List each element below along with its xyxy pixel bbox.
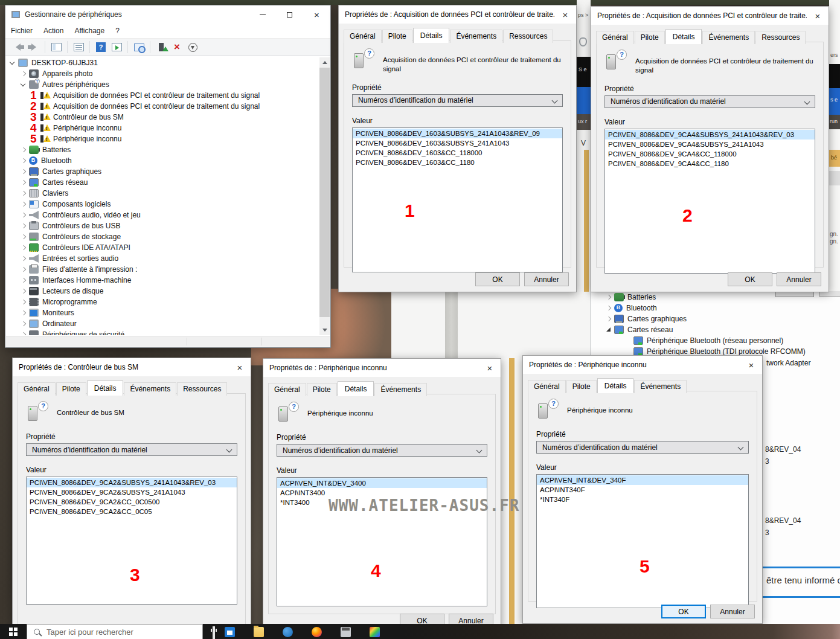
tree-item[interactable]: Contrôleurs IDE ATA/ATAPI [6, 242, 319, 253]
tab-evenements[interactable]: Événements [374, 383, 427, 396]
tree-item[interactable]: !Acquisition de données PCI et contrôleu… [6, 90, 319, 101]
hardware-id-item[interactable]: PCI\VEN_8086&DEV_9CA2&SUBSYS_241A1043&RE… [27, 478, 237, 487]
tab-pilote[interactable]: Pilote [382, 30, 412, 43]
scrollbar-thumb[interactable] [319, 68, 330, 317]
tab-evenements[interactable]: Événements [450, 30, 502, 43]
chevron-right-icon[interactable] [19, 254, 28, 263]
chevron-right-icon[interactable] [19, 330, 28, 335]
tree-item[interactable]: Entrées et sorties audio [6, 253, 319, 264]
close-icon[interactable]: × [807, 7, 829, 25]
tree-item[interactable]: !Périphérique inconnu5 [6, 133, 319, 144]
chevron-right-icon[interactable] [19, 298, 28, 306]
search-input[interactable]: Taper ici pour rechercher [27, 624, 203, 639]
chevron-down-icon[interactable] [8, 59, 17, 67]
close-icon[interactable]: × [554, 5, 576, 24]
chevron-right-icon[interactable] [19, 178, 28, 187]
hardware-id-item[interactable]: ACPI\INT340F [537, 485, 748, 495]
cancel-button[interactable]: Annuler [524, 272, 569, 286]
start-button[interactable] [0, 624, 27, 639]
hardware-id-item[interactable]: ACPI\VEN_INT&DEV_340F [537, 475, 748, 485]
chevron-right-icon[interactable] [604, 293, 613, 301]
disable-device-icon[interactable] [185, 40, 200, 54]
hardware-id-item[interactable]: PCI\VEN_8086&DEV_1603&CC_118000 [353, 148, 562, 158]
tree-item[interactable]: BBluetooth [6, 155, 319, 166]
tab-pilote[interactable]: Pilote [56, 382, 86, 396]
property-dropdown[interactable]: Numéros d’identification du matériel [277, 444, 487, 457]
help-icon[interactable]: ? [94, 40, 108, 54]
tree-item[interactable]: Microprogramme [6, 297, 319, 307]
hardware-id-item[interactable]: PCI\VEN_8086&DEV_9CA2&CC_0C05 [27, 507, 237, 516]
cancel-button[interactable]: Annuler [710, 605, 755, 618]
menu-action[interactable]: Action [38, 27, 69, 35]
tree-item[interactable]: Périphériques de sécurité [6, 329, 319, 335]
tab-evenements[interactable]: Événements [634, 380, 687, 393]
property-dropdown[interactable]: Numéros d’identification du matériel [352, 94, 563, 107]
property-dropdown[interactable]: Numéros d’identification du matériel [536, 441, 749, 454]
chevron-right-icon[interactable] [19, 287, 28, 295]
tree-item[interactable]: !Périphérique inconnu4 [6, 123, 319, 133]
chevron-right-icon[interactable] [604, 315, 613, 323]
tree-item[interactable]: ?Autres périphériques [6, 79, 319, 90]
minimize-button[interactable] [249, 5, 276, 24]
tab-ressources[interactable]: Ressources [177, 382, 227, 396]
tree-item[interactable]: Batteries [591, 292, 840, 303]
chevron-right-icon[interactable] [19, 222, 28, 230]
menu-fichier[interactable]: Fichier [5, 27, 38, 35]
maximize-button[interactable] [276, 5, 303, 24]
back-icon[interactable] [11, 40, 25, 54]
chevron-down-icon[interactable] [19, 80, 28, 89]
chevron-right-icon[interactable] [19, 243, 28, 252]
close-icon[interactable]: × [740, 356, 762, 374]
tab-evenements[interactable]: Événements [124, 382, 176, 396]
hardware-id-item[interactable]: PCI\VEN_8086&DEV_9CA2&CC_0C0500 [27, 497, 237, 507]
tree-item[interactable]: !Acquisition de données PCI et contrôleu… [6, 101, 319, 112]
tree-item[interactable]: Composants logiciels [6, 199, 319, 210]
ok-button[interactable]: OK [728, 272, 772, 286]
tab-pilote[interactable]: Pilote [635, 31, 665, 44]
tree-item[interactable]: Cartes réseau [6, 177, 319, 188]
taskbar-app-thunderbird[interactable] [273, 624, 302, 637]
tree-item[interactable]: !Contrôleur de bus SM3 [6, 112, 319, 123]
tree-item[interactable]: Contrôleurs de bus USB [6, 220, 319, 231]
chevron-right-icon[interactable] [19, 211, 28, 219]
tab-details[interactable]: Détails [338, 381, 374, 396]
scroll-up-icon[interactable] [319, 57, 330, 68]
menu-affichage[interactable]: Affichage [69, 27, 110, 35]
ok-button[interactable]: OK [475, 272, 520, 286]
tab-general[interactable]: Général [268, 383, 306, 396]
tab-general[interactable]: Général [528, 380, 566, 393]
tree-item[interactable]: Cartes graphiques [591, 313, 840, 324]
tab-pilote[interactable]: Pilote [566, 380, 597, 393]
tree-item[interactable]: Batteries [6, 144, 319, 155]
hardware-id-item[interactable]: PCI\VEN_8086&DEV_9CA4&CC_118000 [605, 149, 815, 159]
forward-icon[interactable] [27, 40, 41, 54]
tree-item[interactable]: BBluetooth [591, 303, 840, 313]
tree-item[interactable]: Contrôleurs de stockage [6, 231, 319, 242]
tree-item[interactable]: Moniteurs [6, 307, 319, 318]
update-driver-icon[interactable] [154, 40, 168, 54]
cancel-button[interactable]: Annuler [777, 272, 821, 286]
tab-details[interactable]: Détails [87, 381, 124, 396]
ok-button[interactable]: OK [661, 605, 706, 618]
vertical-scrollbar[interactable] [319, 57, 330, 335]
tab-details[interactable]: Détails [665, 29, 702, 44]
menu-help[interactable]: ? [110, 27, 125, 35]
show-console-tree-icon[interactable] [49, 40, 63, 54]
property-dropdown[interactable]: Numéros d’identification du matériel [26, 443, 237, 456]
chevron-right-icon[interactable] [19, 309, 28, 317]
tab-general[interactable]: Général [596, 31, 634, 44]
tree-item[interactable]: Claviers [6, 188, 319, 199]
hardware-id-item[interactable]: PCI\VEN_8086&DEV_9CA4&CC_1180 [605, 159, 815, 169]
taskbar-app-store[interactable] [215, 624, 244, 637]
tree-item[interactable]: Ordinateur [6, 318, 319, 329]
chevron-right-icon[interactable] [19, 69, 28, 78]
properties-icon[interactable] [71, 40, 86, 54]
property-dropdown[interactable]: Numéros d’identification du matériel [604, 95, 815, 108]
tree-item[interactable]: Interfaces Homme-machine [6, 275, 319, 286]
tree-item[interactable]: Lecteurs de disque [6, 286, 319, 297]
tree-item[interactable]: Appareils photo [6, 68, 319, 79]
tree-item[interactable]: Cartes réseau [591, 324, 840, 335]
scan-hardware-changes-icon[interactable] [132, 40, 146, 54]
hardware-id-item[interactable]: PCI\VEN_8086&DEV_9CA4&SUBSYS_241A1043&RE… [605, 130, 815, 140]
chevron-down-icon[interactable] [604, 326, 613, 334]
